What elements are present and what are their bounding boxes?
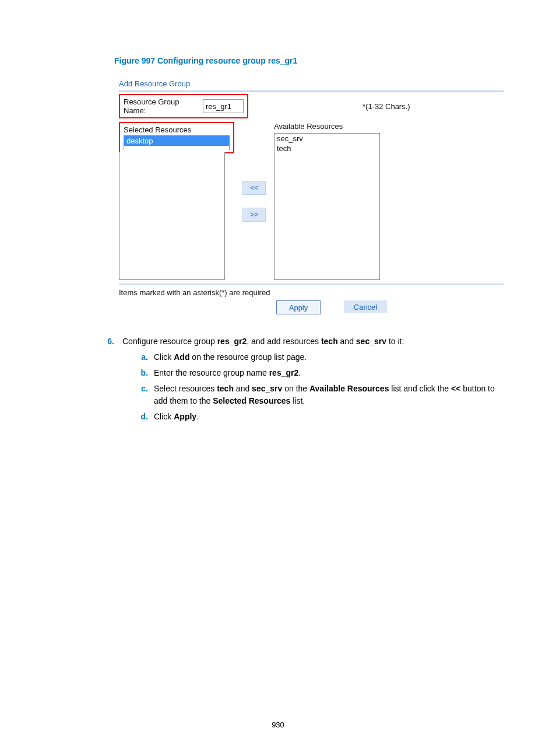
step-number: 6. [91,335,114,423]
divider [119,90,504,92]
substep-number: c. [131,383,148,407]
name-hint: *(1-32 Chars.) [363,102,410,111]
name-input[interactable] [203,99,244,113]
required-note: Items marked with an asterisk(*) are req… [119,288,504,297]
substep-text: Enter the resource group name res_gr2. [154,367,500,379]
substep-text: Click Apply. [154,411,500,423]
panel-title: Add Resource Group [119,79,504,88]
figure-caption: Figure 997 Configuring resource group re… [114,56,500,65]
move-left-button[interactable]: << [242,181,266,195]
substep-number: b. [131,367,148,379]
apply-button[interactable]: Apply [276,300,321,314]
substep-text: Select resources tech and sec_srv on the… [154,383,500,407]
screenshot-panel: Add Resource Group Resource Group Name: … [119,79,504,314]
name-label: Resource Group Name: [124,97,197,115]
list-item[interactable]: sec_srv [275,134,379,144]
substep-number: d. [131,411,148,423]
divider [119,284,504,285]
selected-resources-label: Selected Resources [124,125,191,134]
available-listbox[interactable]: sec_srv tech [274,133,380,280]
move-right-button[interactable]: >> [242,208,266,222]
list-item[interactable]: tech [275,144,379,153]
cancel-button[interactable]: Cancel [344,300,387,313]
list-item[interactable]: desktop [124,136,229,146]
selected-listbox[interactable] [119,152,225,280]
substep-text: Click Add on the resource group list pag… [154,351,500,363]
substep-number: a. [131,351,148,363]
selected-listbox-top[interactable]: desktop [124,135,230,150]
step-text: Configure resource group res_gr2, and ad… [122,335,500,423]
page-number: 930 [0,720,556,729]
available-resources-label: Available Resources [274,122,380,131]
